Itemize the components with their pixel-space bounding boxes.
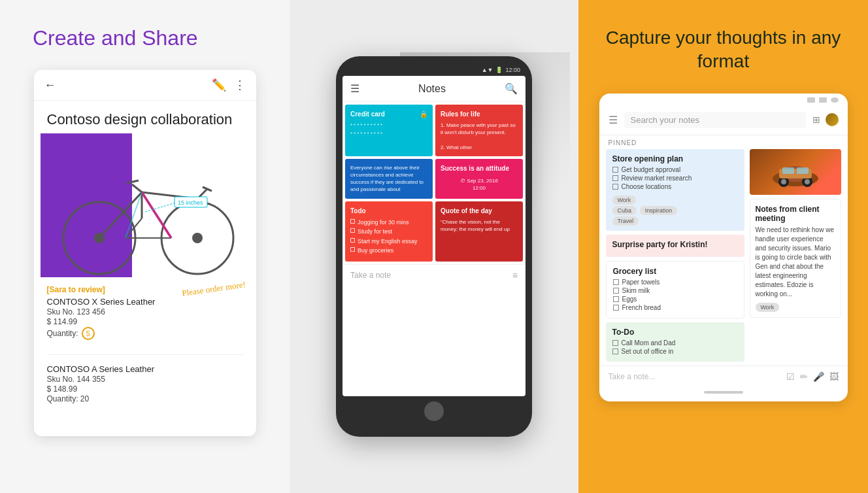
client-note-body: We need to rethink how we handle user ex… — [756, 226, 835, 299]
phone-device: ▲▼ 🔋 12:00 ☰ Notes 🔍 Credit card 🔒 *****… — [336, 56, 532, 437]
notes-grid: Credit card 🔒 ********** ********** Rule… — [342, 102, 526, 264]
status-bar: ▲▼ 🔋 12:00 — [342, 67, 526, 76]
divider — [47, 354, 243, 355]
hamburger-icon[interactable]: ☰ — [350, 82, 359, 95]
tag-work-client[interactable]: Work — [756, 303, 780, 312]
svg-rect-27 — [782, 167, 794, 174]
tag-cuba[interactable]: Cuba — [612, 206, 637, 215]
tag-travel[interactable]: Travel — [612, 216, 639, 226]
card-header: ← ✏️ ⋮ — [34, 70, 256, 101]
car-photo — [750, 149, 841, 195]
status-icon-3 — [831, 97, 839, 103]
right-title: Capture your thoughts in any format — [592, 26, 855, 74]
tablet-device: ☰ Search your notes ⊞ PINNED Store openi… — [599, 94, 848, 401]
tablet-menu-icon[interactable]: ☰ — [609, 114, 618, 126]
mic-icon[interactable]: 🎤 — [813, 371, 824, 382]
list-icon[interactable]: ≡ — [512, 270, 518, 280]
rules-content: 1. Make peace with your past so it won't… — [441, 122, 518, 151]
product1-name: CONTOSO X Series Leather — [47, 297, 243, 307]
store-tags-2: Cuba Inspiration — [612, 205, 738, 215]
pencil-icon[interactable]: ✏ — [800, 371, 808, 382]
quote-note[interactable]: Quote of the day "Chase the vision, not … — [435, 201, 523, 262]
notes-screen-header: ☰ Notes 🔍 — [342, 76, 526, 102]
pen-icon[interactable]: ✏️ — [212, 78, 226, 92]
svg-line-14 — [127, 180, 139, 183]
todo-tablet-title: To-Do — [612, 328, 738, 337]
motivational-content: Everyone can rise above their circumstan… — [350, 164, 427, 194]
take-note-input[interactable]: Take a note... — [609, 372, 781, 381]
credit-card-title: Credit card 🔒 — [350, 110, 427, 119]
tablet-header: ☰ Search your notes ⊞ — [599, 105, 848, 135]
tablet-right-column: Notes from client meeting We need to ret… — [750, 149, 841, 362]
search-placeholder: Search your notes — [631, 115, 700, 125]
client-tags: Work — [756, 301, 835, 312]
success-title: Success is an attitude — [441, 164, 518, 173]
store-item-3: Choose locations — [612, 183, 738, 190]
pinned-label: PINNED — [599, 135, 848, 149]
lock-icon: 🔒 — [420, 110, 427, 119]
client-note-title: Notes from client meeting — [756, 205, 835, 223]
store-item-2: Review market research — [612, 175, 738, 182]
client-note[interactable]: Notes from client meeting We need to ret… — [750, 199, 841, 318]
checkbox-1 — [350, 219, 355, 224]
product1-qty: Quantity: 5 — [47, 327, 243, 340]
quote-content: "Chase the vision, not the money; the mo… — [441, 218, 518, 233]
status-icon-2 — [819, 97, 827, 103]
grocery-item-2: Skim milk — [613, 287, 737, 294]
take-note-text[interactable]: Take a note — [350, 271, 391, 280]
surprise-note[interactable]: Surprise party for Kristin! — [606, 235, 744, 257]
store-tags-3: Travel — [612, 215, 738, 226]
image-icon[interactable]: 🖼 — [829, 371, 839, 382]
checkbox-2 — [350, 228, 355, 233]
success-date: ⏱ Sep 23, 201612:00 — [441, 177, 518, 192]
product2-sku: Sku No. 144 355 — [47, 375, 243, 384]
note-card-document: ← ✏️ ⋮ Contoso design collaboration — [34, 70, 256, 436]
checkbox-4 — [350, 247, 355, 252]
home-button[interactable] — [424, 401, 444, 421]
screen-footer: Take a note ≡ — [342, 264, 526, 286]
user-avatar[interactable] — [826, 113, 839, 126]
tag-inspiration[interactable]: Inspiration — [640, 206, 678, 215]
product2-price: $ 148.99 — [47, 384, 243, 394]
tablet-status-bar — [599, 94, 848, 105]
todo-tablet-note[interactable]: To-Do Call Mom and Dad Set out of office… — [606, 322, 744, 362]
tablet-search-bar[interactable]: Search your notes — [624, 112, 806, 128]
search-icon[interactable]: 🔍 — [505, 82, 518, 95]
todo-item-1: Jogging for 30 mins — [350, 218, 427, 227]
tablet-left-column: Store opening plan Get budget approval R… — [606, 149, 744, 362]
more-icon[interactable]: ⋮ — [234, 78, 246, 92]
tag-work[interactable]: Work — [612, 196, 637, 205]
rules-note[interactable]: Rules for life 1. Make peace with your p… — [435, 105, 523, 156]
surprise-title: Surprise party for Kristin! — [612, 240, 738, 249]
grid-icon[interactable]: ⊞ — [812, 114, 820, 125]
store-note-title: Store opening plan — [612, 154, 738, 163]
todo-item-4: Buy groceries — [350, 246, 427, 255]
product2-name: CONTOSO A Series Leather — [47, 364, 243, 374]
checkbox-icon[interactable]: ☑ — [786, 371, 795, 382]
svg-line-10 — [125, 218, 142, 238]
svg-line-15 — [142, 192, 171, 238]
checkbox-3 — [350, 238, 355, 243]
quote-title: Quote of the day — [441, 207, 518, 216]
store-tags: Work — [612, 194, 738, 205]
phone-screen: ☰ Notes 🔍 Credit card 🔒 ********** *****… — [342, 76, 526, 396]
back-icon[interactable]: ← — [44, 78, 56, 92]
success-note[interactable]: Success is an attitude ⏱ Sep 23, 201612:… — [435, 159, 523, 199]
svg-rect-28 — [797, 167, 809, 174]
todo-item-2: Study for test — [350, 228, 427, 236]
qty-circle: 5 — [82, 327, 95, 340]
product2-qty: Quantity: 20 — [47, 394, 243, 403]
tablet-footer: Take a note... ☑ ✏ 🎤 🖼 — [599, 366, 848, 387]
handwritten-note: Please order more! — [182, 279, 246, 299]
bike-illustration: 15 inches — [41, 133, 250, 277]
motivational-note[interactable]: Everyone can rise above their circumstan… — [345, 159, 433, 199]
document-title: Contoso design collaboration — [34, 101, 256, 133]
store-note[interactable]: Store opening plan Get budget approval R… — [606, 149, 744, 231]
todo-note[interactable]: Todo Jogging for 30 mins Study for test … — [345, 201, 433, 262]
rules-title: Rules for life — [441, 110, 518, 119]
grocery-note[interactable]: Grocery list Paper towels Skim milk Eggs — [606, 261, 744, 318]
svg-point-3 — [192, 233, 203, 243]
credit-card-note[interactable]: Credit card 🔒 ********** ********** — [345, 105, 433, 156]
photo-note[interactable] — [750, 149, 841, 195]
todo-tablet-item-2: Set out of office in — [612, 348, 738, 355]
